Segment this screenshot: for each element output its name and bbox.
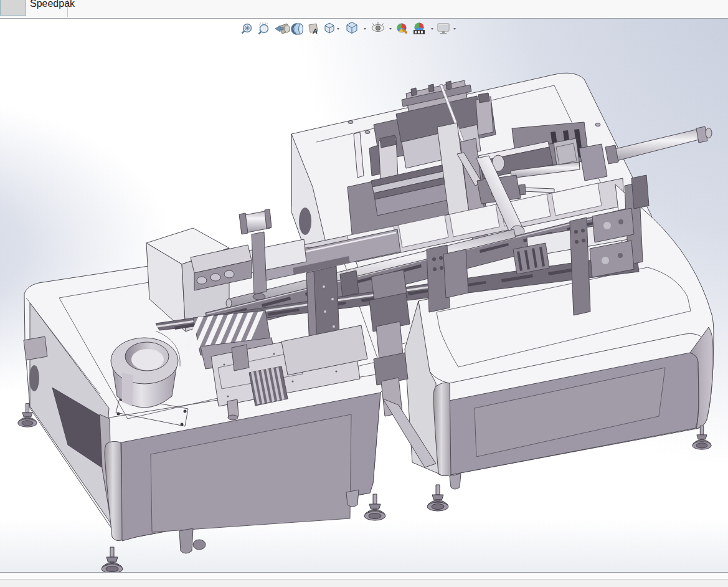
svg-text:Speedpak: Speedpak: [30, 0, 75, 9]
svg-text:A: A: [312, 27, 318, 35]
